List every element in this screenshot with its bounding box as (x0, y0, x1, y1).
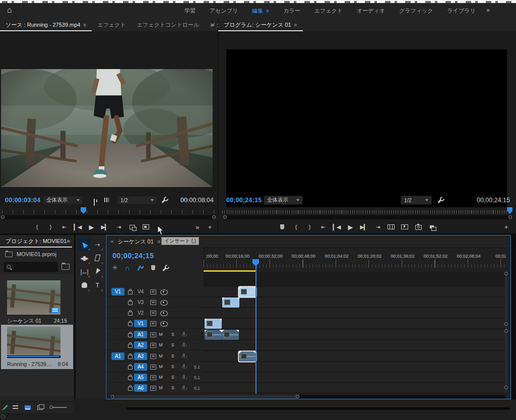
lock-icon[interactable] (128, 333, 133, 337)
source-zoom-scrollbar-right-handle[interactable] (212, 215, 216, 219)
insert-button[interactable] (128, 222, 136, 232)
lock-icon[interactable] (128, 312, 133, 316)
timeline-clip-video[interactable] (205, 319, 222, 329)
program-tab[interactable]: プログラム: シーケンス 01 ≡ (218, 19, 303, 31)
timeline-track-lane-V2[interactable] (204, 308, 507, 318)
insert-nest-toggle-icon[interactable]: ✳ (112, 264, 117, 271)
program-playback-resolution-dropdown[interactable]: 1/2 (401, 196, 432, 205)
track-target-V4[interactable]: V4 (134, 288, 147, 295)
voiceover-record-icon[interactable] (183, 375, 185, 378)
mark-in-button[interactable]: { (33, 222, 41, 232)
project-item-thumbnail-clip[interactable] (7, 327, 60, 358)
mute-button[interactable]: M (158, 342, 164, 347)
solo-button[interactable]: S (170, 353, 176, 358)
track-target-A5[interactable]: A5 (134, 374, 147, 381)
timeline-clip-video[interactable] (239, 287, 256, 297)
mute-button[interactable]: M (158, 364, 164, 369)
project-tab[interactable]: プロジェクト: MOVIE01 (0, 235, 72, 248)
program-zoom-scrollbar-right-handle[interactable] (508, 215, 512, 219)
track-target-A6[interactable]: A6 (134, 384, 147, 392)
type-tool[interactable]: T (91, 278, 104, 292)
source-tab-overflow-chevron[interactable]: » (210, 21, 214, 28)
project-item-selected[interactable]: Running - 27539.... 8:04 (1, 325, 73, 369)
program-settings-wrench-icon[interactable] (438, 197, 444, 203)
export-frame-button[interactable] (414, 222, 422, 232)
source-zoom-scrollbar-left-handle[interactable] (1, 215, 5, 219)
workspace-tab-3[interactable]: 編集≡ (252, 7, 269, 15)
lock-icon[interactable] (128, 301, 133, 305)
voiceover-record-icon[interactable] (183, 385, 185, 389)
program-zoom-scrollbar-left-handle[interactable] (223, 215, 227, 219)
source-zoom-level-dropdown[interactable]: 全体表示 (43, 196, 83, 205)
voiceover-record-icon[interactable] (183, 332, 185, 335)
source-settings-wrench-icon[interactable] (162, 197, 168, 203)
track-target-V1[interactable]: V1 (134, 320, 147, 327)
toggle-track-output-icon[interactable] (160, 321, 168, 327)
timeline-clip-audio[interactable] (205, 330, 222, 340)
program-zoom-level-dropdown[interactable]: 全体表示 (264, 196, 303, 205)
timeline-clip-audio[interactable] (222, 330, 239, 340)
hand-tool[interactable] (78, 278, 91, 292)
workspace-tab-1[interactable]: 学習 (184, 7, 196, 15)
lock-icon[interactable] (128, 376, 133, 380)
mute-button[interactable]: M (158, 375, 164, 380)
go-to-out-button[interactable]: ⇥ (114, 222, 122, 232)
sync-lock-icon[interactable] (150, 332, 156, 337)
panel-menu-icon[interactable]: ≡ (83, 22, 86, 28)
step-forward-button[interactable]: ▶▎ (101, 222, 109, 232)
add-marker-button[interactable] (278, 222, 286, 232)
source-scrubber[interactable] (2, 207, 216, 214)
workspace-tab-4[interactable]: カラー (283, 7, 300, 15)
workspace-tab-8[interactable]: ライブラリ (447, 7, 476, 15)
workspace-menu-icon[interactable]: ≡ (266, 8, 269, 14)
ripple-edit-tool[interactable]: ◂▮▸ (78, 251, 91, 265)
track-target-V3[interactable]: V3 (134, 298, 147, 306)
lift-button[interactable] (387, 222, 395, 232)
search-input[interactable] (13, 263, 58, 271)
project-tab-overflow-chevron[interactable]: » (67, 237, 70, 245)
source-zoom-scrollbar[interactable] (2, 215, 215, 219)
sync-lock-icon[interactable] (150, 375, 156, 380)
timeline-track-lane-V3[interactable] (204, 297, 507, 308)
track-target-A1[interactable]: A1 (134, 331, 147, 338)
timeline-settings-wrench-icon[interactable] (163, 265, 169, 271)
breadcrumb[interactable]: MOVIE01.prproj (17, 251, 56, 257)
go-to-in-button[interactable]: ⇤ (60, 222, 68, 232)
lock-icon[interactable] (128, 290, 133, 294)
timeline-hscroll-right-handle[interactable] (296, 395, 299, 398)
mark-in-button[interactable]: { (292, 222, 300, 232)
lock-icon[interactable] (128, 355, 133, 359)
drag-video-only-icon[interactable] (94, 199, 95, 206)
solo-button[interactable]: S (170, 342, 176, 347)
timeline-tab-label[interactable]: シーケンス 01 (117, 238, 153, 246)
sync-lock-icon[interactable] (150, 365, 156, 370)
timeline-hscroll-left-handle[interactable] (110, 395, 114, 398)
lock-icon[interactable] (128, 322, 133, 326)
go-to-out-button[interactable]: ⇥ (373, 222, 381, 232)
comparison-view-button[interactable] (428, 222, 436, 232)
source-tab-1[interactable]: ソース : Running - 27539.mp4≡ (0, 19, 92, 31)
close-icon[interactable]: × (110, 238, 113, 245)
drag-audio-only-icon[interactable] (104, 198, 109, 202)
track-target-A4[interactable]: A4 (134, 363, 147, 371)
track-select-forward-tool[interactable]: ⇢ (91, 237, 104, 251)
toggle-track-output-icon[interactable] (160, 311, 168, 316)
mark-out-button[interactable]: } (46, 222, 54, 232)
mute-button[interactable]: M (158, 332, 164, 337)
sync-lock-icon[interactable] (150, 343, 156, 348)
lock-icon[interactable] (128, 344, 133, 348)
lock-icon[interactable] (128, 366, 133, 370)
mute-button[interactable]: M (158, 353, 164, 358)
extract-button[interactable] (401, 222, 409, 232)
icon-view-icon[interactable] (25, 405, 31, 410)
workspace-overflow-chevron[interactable]: » (486, 7, 490, 14)
workspace-tab-7[interactable]: グラフィック (399, 7, 433, 15)
home-icon[interactable]: ⌂ (7, 6, 12, 15)
add-marker-icon[interactable] (151, 265, 155, 270)
timeline-track-lane-A6[interactable] (204, 383, 507, 393)
folder-up-icon[interactable] (5, 252, 13, 257)
track-target-A3[interactable]: A3 (134, 352, 147, 360)
add-button[interactable]: + (206, 222, 214, 232)
sync-lock-icon[interactable] (150, 354, 156, 359)
sync-lock-icon[interactable] (150, 386, 156, 391)
